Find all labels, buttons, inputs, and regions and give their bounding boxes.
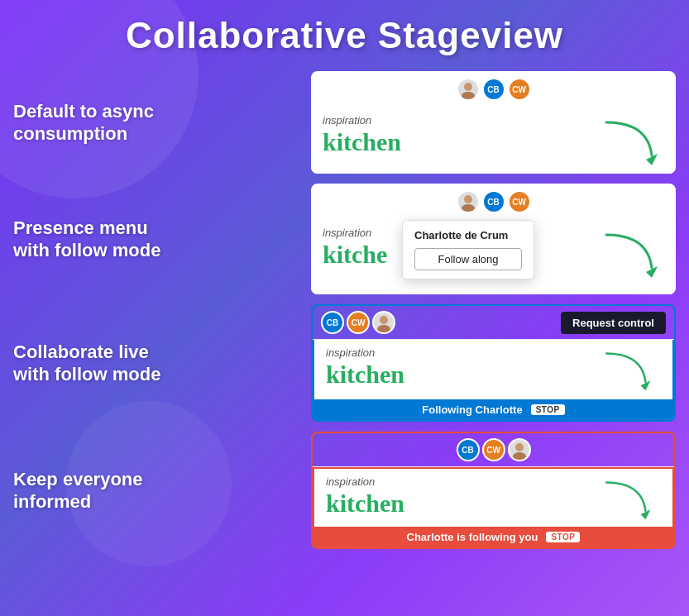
svg-point-9 [515,443,524,451]
svg-point-6 [380,316,388,324]
label-collaborate-text: Collaborate livewith follow mode [13,341,294,386]
svg-point-3 [464,195,472,203]
panel-collaborate-body: inspiration kitchen [313,340,674,399]
following-label: Following Charlotte [422,404,522,416]
panel-presence-body: inspiration kitche Charlotte de Crum Fol… [311,220,676,294]
panel-informed: CB CW inspiration kitchen Charlotte is f… [311,432,676,549]
panel-async-header: CB CW [311,71,676,107]
row-informed: Keep everyoneinformed CB CW inspiration … [13,432,676,549]
panel-presence: CB CW inspiration kitche Charlotte de Cr… [311,184,676,294]
avatar-cb-4: CB [457,438,480,461]
label-informed: Keep everyoneinformed [13,468,294,513]
svg-point-4 [462,204,475,212]
avatar-group-3: CB CW [321,311,395,334]
charlotte-following-bar: Charlotte is following you STOP [313,527,674,547]
page-title: Collaborative Stageview [0,0,689,64]
panel-presence-header: CB CW [311,184,676,220]
avatar-group-2: CB CW [457,190,531,213]
svg-point-7 [377,325,390,332]
avatar-photo-4 [508,438,531,461]
follow-along-button[interactable]: Follow along [414,248,522,270]
avatar-cw-4: CW [482,438,505,461]
panel-informed-header: CB CW [313,433,674,467]
popup-name: Charlotte de Crum [414,229,522,241]
row-async: Default to asyncconsumption CB CW inspir… [13,71,676,174]
avatar-cb-2: CB [482,190,505,213]
label-async-text: Default to asyncconsumption [13,100,294,146]
request-control-button[interactable]: Request control [561,312,666,334]
avatar-cw-2: CW [508,190,531,213]
stop-badge[interactable]: STOP [531,404,565,415]
avatar-group-4: CB CW [457,438,531,461]
panel-async: CB CW inspiration kitchen [311,71,676,174]
stop-badge-red[interactable]: STOP [546,532,580,542]
following-bar: Following Charlotte STOP [313,399,674,420]
row-collaborate: Collaborate livewith follow mode CB CW R… [13,304,676,422]
avatar-cb-3: CB [321,311,344,334]
panel-collaborate: CB CW Request control inspiration kitche… [311,304,676,422]
svg-point-10 [513,452,526,460]
avatar-photo-1 [457,78,480,101]
panel-informed-body: inspiration kitchen [313,467,674,527]
avatar-photo-3 [372,311,395,334]
arrow-icon-3 [595,346,661,396]
arrow-icon-4 [595,475,661,525]
avatar-group-1: CB CW [457,78,531,101]
label-presence: Presence menuwith follow mode [13,217,294,262]
label-presence-text: Presence menuwith follow mode [13,217,294,262]
charlotte-following-label: Charlotte is following you [407,531,538,543]
avatar-photo-2 [457,190,480,213]
arrow-icon-2 [598,227,664,284]
label-async: Default to asyncconsumption [13,100,294,146]
avatar-cw-1: CW [508,78,531,101]
avatar-cw-3: CW [347,311,370,334]
svg-point-1 [462,92,475,99]
content-area: Default to asyncconsumption CB CW inspir… [0,64,689,556]
avatar-cb-1: CB [482,78,505,101]
label-collaborate: Collaborate livewith follow mode [13,341,294,386]
arrow-icon-1 [598,114,664,172]
label-informed-text: Keep everyoneinformed [13,468,294,513]
presence-popup: Charlotte de Crum Follow along [402,220,534,279]
panel-async-body: inspiration kitchen [311,107,676,174]
row-presence: Presence menuwith follow mode CB CW insp… [13,184,676,294]
panel-collaborate-header: CB CW Request control [313,306,674,340]
svg-point-0 [464,83,472,91]
